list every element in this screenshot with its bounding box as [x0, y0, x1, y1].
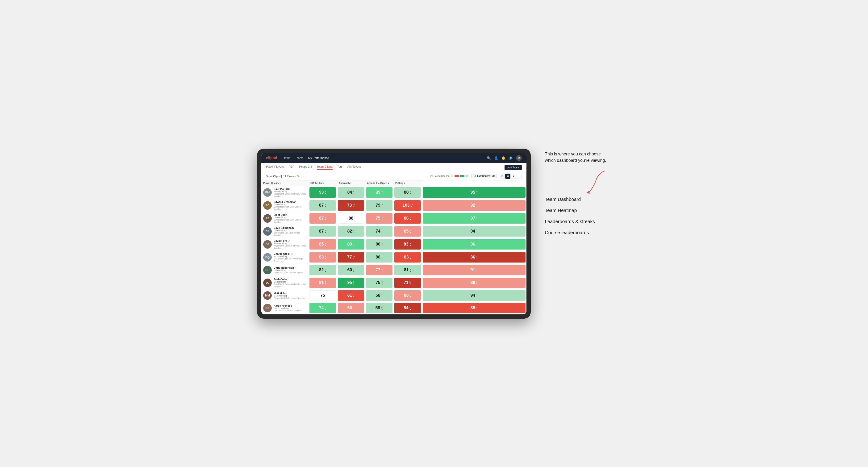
metric-box: 81 4▲	[394, 265, 421, 275]
metric-cell: 58 10▲	[365, 302, 394, 314]
metric-cell: 74 8▲	[309, 302, 337, 314]
sub-nav-pga[interactable]: PGA	[288, 165, 294, 170]
nav-link-performance[interactable]: My Performance	[308, 156, 329, 160]
metric-cell: 77 14▼	[337, 251, 365, 264]
player-info-container: JC Josh Coles 1-5 Handicap Royal North D…	[261, 276, 309, 289]
metric-box: 87 3▼	[309, 213, 336, 224]
col-off-tee: Off the Tee ▾	[309, 181, 337, 186]
metric-cell: 103 15▲	[394, 199, 422, 212]
player-details: Blair McHarg Plus Handicap Royal North D…	[274, 187, 307, 197]
player-cell[interactable]: BM Blair McHarg Plus Handicap Royal Nort…	[261, 186, 309, 199]
metric-cell: 77 3▼	[365, 264, 394, 276]
metric-value: 88	[404, 293, 409, 298]
metric-value: 87	[319, 216, 324, 221]
nav-link-home[interactable]: Home	[283, 156, 290, 160]
edit-icon[interactable]: ✏️	[297, 175, 300, 177]
metric-box: 85 4▼	[423, 303, 526, 313]
sub-nav-pgat[interactable]: PGAT Players	[266, 165, 284, 170]
player-club: St. George's Hill GC - Weybridge - Surre…	[274, 257, 307, 262]
bar-negative	[455, 175, 459, 177]
metric-cell: 87 4▲	[309, 225, 337, 238]
sub-nav-team-clippd[interactable]: Team Clippd	[317, 165, 333, 170]
metric-value: 58	[375, 305, 380, 310]
round-change-label: 20 Round Change	[430, 175, 450, 177]
player-name: Charlie Quick ✓	[274, 252, 307, 255]
col-approach: Approach ▾	[337, 181, 365, 186]
metric-value: 87	[319, 229, 324, 234]
metric-box: 74 1▲	[366, 226, 393, 237]
metric-value: 103	[403, 203, 410, 208]
metric-box: 79 9▲	[366, 200, 393, 211]
settings-icon[interactable]: ⚙️	[509, 156, 513, 160]
bell-icon[interactable]: 🔔	[501, 156, 505, 160]
metric-cell: 97 5▲	[422, 212, 526, 225]
sub-nav-hcaps[interactable]: Hcaps 1-5	[299, 165, 312, 170]
list-view-icon[interactable]: ↕	[517, 174, 522, 179]
player-handicap: 1-5 Handicap	[274, 216, 307, 219]
player-cell[interactable]: CR Chris Robertson ✓ 1-5 Handicap Craigm…	[261, 264, 309, 276]
metric-cell: 86 8▼	[422, 251, 526, 264]
metric-box: 87 4▲	[309, 226, 336, 237]
player-cell[interactable]: MM Matt Miller 6-10 Handicap Woburn Golf…	[261, 289, 309, 302]
metric-value: 95	[347, 280, 352, 285]
player-avatar: EE	[263, 214, 272, 223]
last-rounds-value: 20	[492, 175, 495, 177]
metric-box: 92 3▼	[423, 200, 526, 211]
metric-value: 61	[347, 293, 352, 298]
table-row: CR Chris Robertson ✓ 1-5 Handicap Craigm…	[261, 264, 526, 276]
user-icon[interactable]: 👤	[494, 156, 498, 160]
add-team-button[interactable]: Add Team	[504, 165, 522, 170]
sub-nav-all-players[interactable]: All Players	[347, 165, 361, 170]
heatmap-view-icon[interactable]: 🌡	[511, 174, 516, 179]
table-row: MM Matt Miller 6-10 Handicap Woburn Golf…	[261, 289, 526, 302]
metric-value: 75	[376, 216, 380, 221]
player-avatar: EC	[263, 201, 272, 210]
metric-value: 74	[319, 305, 324, 310]
verified-icon: ✓	[288, 240, 290, 242]
metric-value: 85	[404, 229, 409, 234]
sub-nav-tour[interactable]: Tour	[337, 165, 343, 170]
player-cell[interactable]: JC Josh Coles 1-5 Handicap Royal North D…	[261, 276, 309, 289]
player-club: Royal North Devon Golf Club, United King…	[274, 245, 307, 249]
metric-box: 88	[338, 213, 364, 224]
view-icons: ⊞ ▦ 🌡 ↕	[500, 174, 522, 179]
player-cell[interactable]: EC Edward Crossman 1-5 Handicap Sunningd…	[261, 199, 309, 212]
search-icon[interactable]: 🔍	[487, 156, 491, 160]
metric-value: 82	[347, 229, 352, 234]
metric-value: 85	[319, 242, 324, 247]
metric-value: 85	[470, 305, 475, 310]
metric-cell: 85 3▼	[309, 238, 337, 251]
player-cell[interactable]: CQ Charlie Quick ✓ 6-10 Handicap St. Geo…	[261, 251, 309, 264]
player-details: David Ford ✓ Plus Handicap Royal North D…	[274, 239, 307, 249]
team-header: Team Clippd | 14 Players ✏️ 20 Round Cha…	[261, 172, 526, 181]
player-details: Edward Crossman 1-5 Handicap Sunningdale…	[274, 200, 307, 210]
player-info-container: BM Blair McHarg Plus Handicap Royal Nort…	[261, 186, 309, 199]
metric-value: 94	[470, 293, 475, 298]
metric-box: 77 14▼	[338, 252, 364, 262]
player-club: Royal North Devon Golf Club, United King…	[274, 283, 307, 288]
metric-cell: 85 8▲	[365, 186, 394, 199]
avatar[interactable]: U	[516, 155, 522, 161]
metric-box: 82 3▲	[309, 265, 336, 275]
table-row: AN Aaron Nicholls 11-15 Handicap Drift G…	[261, 302, 526, 314]
player-cell[interactable]: DB Dave Billingham 1-5 Handicap Gog Mago…	[261, 225, 309, 238]
metric-cell: 86 6▼	[394, 212, 422, 225]
last-rounds-button[interactable]: 📊 Last Rounds: 20	[471, 174, 497, 178]
player-info-container: EE Elliot Ebert 1-5 Handicap Sunningdale…	[261, 212, 309, 225]
metric-box: 97 5▲	[423, 213, 526, 224]
table-view-icon[interactable]: ▦	[505, 174, 510, 179]
grid-view-icon[interactable]: ⊞	[500, 174, 505, 179]
nav-link-teams[interactable]: Teams	[295, 156, 303, 160]
last-rounds-label: Last Rounds:	[477, 175, 491, 177]
metric-value: 89	[347, 242, 352, 247]
player-handicap: Plus Handicap	[274, 190, 307, 193]
metric-box: 91 3▼	[423, 265, 526, 275]
player-cell[interactable]: DF David Ford ✓ Plus Handicap Royal Nort…	[261, 238, 309, 251]
metric-cell: 96 3▲	[422, 238, 526, 251]
player-cell[interactable]: EE Elliot Ebert 1-5 Handicap Sunningdale…	[261, 212, 309, 225]
player-club: Craigmillar Park, United Kingdom	[274, 272, 303, 274]
metric-cell: 75	[309, 289, 337, 302]
metric-box: 86 8▼	[423, 252, 526, 262]
round-bar	[455, 175, 464, 177]
player-cell[interactable]: AN Aaron Nicholls 11-15 Handicap Drift G…	[261, 302, 309, 314]
